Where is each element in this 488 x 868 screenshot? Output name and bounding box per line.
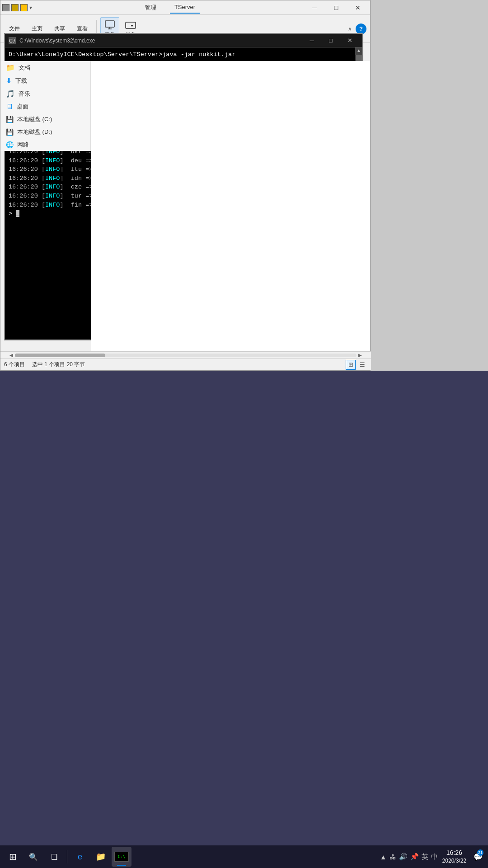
file-area: [91, 61, 370, 351]
maximize-button[interactable]: □: [326, 0, 347, 15]
sidebar-item-documents[interactable]: 📁 文档: [0, 61, 90, 74]
desktop-background: [0, 371, 488, 845]
help-button[interactable]: ?: [356, 24, 366, 34]
tray-network-icon[interactable]: 🖧: [389, 853, 396, 861]
cmd-icon: C:\: [9, 37, 16, 44]
start-button[interactable]: ⊞: [3, 847, 23, 867]
tab-manage[interactable]: 管理: [140, 2, 161, 14]
close-button[interactable]: ✕: [347, 0, 368, 15]
sidebar-item-downloads[interactable]: ⬇ 下载: [0, 74, 90, 87]
cmd-win-controls: ─ □ ✕: [303, 34, 359, 47]
scroll-up-arrow[interactable]: ▲: [355, 47, 362, 55]
tray-arrow-icon[interactable]: ▲: [380, 853, 387, 861]
sidebar-item-music-label: 音乐: [19, 90, 30, 98]
download-icon: ⬇: [6, 76, 12, 85]
taskbar-tray: ▲ 🖧 🔊 📌 英 中 16:26 2020/3/22 💬 21: [380, 847, 485, 867]
cmd-minimize-button[interactable]: ─: [303, 34, 321, 47]
cmd-maximize-button[interactable]: □: [322, 34, 340, 47]
detail-view-button[interactable]: ☰: [357, 360, 367, 370]
explorer-window: ▾ 管理 TServer ─ □ ✕ 文件 主页 共享 查看 工具: [0, 0, 371, 371]
explorer-titlebar: ▾ 管理 TServer ─ □ ✕: [0, 0, 370, 15]
scroll-right-arrow[interactable]: ▶: [357, 352, 364, 359]
svg-rect-0: [105, 21, 114, 27]
tray-volume-icon[interactable]: 🔊: [399, 853, 408, 861]
undo-icon: [11, 4, 19, 11]
status-bar: 6 个项目 选中 1 个项目 20 字节 ⊞ ☰: [0, 359, 371, 370]
notification-badge: 21: [477, 849, 483, 856]
sidebar-item-desktop[interactable]: 🖥 桌面: [0, 100, 90, 113]
taskbar-file-explorer[interactable]: 📁: [91, 847, 111, 867]
taskbar: ⊞ 🔍 ❑ e 📁 C:\ ▲ 🖧 🔊 📌 英 中 16:26 2020/3/2…: [0, 845, 488, 868]
scrollbar-h-track: [15, 354, 357, 357]
sidebar-item-drive-c[interactable]: 💾 本地磁盘 (C:): [0, 113, 90, 126]
drive-d-icon: 💾: [6, 128, 14, 136]
taskbar-separator-1: [67, 850, 67, 863]
network-icon: 🌐: [6, 141, 14, 148]
music-icon: 🎵: [6, 90, 15, 98]
tools-icon: [104, 19, 115, 30]
minimize-button[interactable]: ─: [304, 0, 325, 15]
cmd-titlebar: C:\ C:\Windows\system32\cmd.exe ─ □ ✕: [5, 34, 362, 47]
folder-icon-tb: [20, 4, 28, 11]
clock-date: 2020/3/22: [442, 857, 466, 865]
titlebar-icons: ▾: [2, 4, 32, 11]
ribbon-right: ∧ ?: [348, 24, 366, 34]
folder-icon: 📁: [6, 63, 15, 72]
notification-button[interactable]: 💬 21: [471, 847, 485, 867]
sidebar-item-desktop-label: 桌面: [17, 103, 28, 111]
selected-info: 选中 1 个项目 20 字节: [32, 361, 85, 368]
sidebar-item-music[interactable]: 🎵 音乐: [0, 87, 90, 100]
tray-clock[interactable]: 16:26 2020/3/22: [440, 849, 469, 865]
tray-lang-en[interactable]: 英: [422, 853, 428, 861]
sidebar-item-drive-d-label: 本地磁盘 (D:): [17, 128, 52, 136]
item-count: 6 个项目: [4, 361, 25, 368]
search-button[interactable]: 🔍: [23, 847, 43, 867]
cmd-taskbar-icon: C:\: [114, 852, 129, 862]
sidebar: 📁 文档 ⬇ 下载 🎵 音乐 🖥 桌面 💾 本地磁盘 (C:) 💾 本地磁盘 (…: [0, 61, 91, 151]
window-controls: ─ □ ✕: [304, 0, 368, 15]
cmd-close-button[interactable]: ✕: [341, 34, 359, 47]
task-view-button[interactable]: ❑: [44, 847, 64, 867]
dropdown-arrow[interactable]: ▾: [29, 5, 32, 11]
drive-c-icon: 💾: [6, 116, 14, 123]
taskbar-ie[interactable]: e: [70, 847, 90, 867]
sidebar-item-network-label: 网路: [17, 141, 29, 149]
list-view-button[interactable]: ⊞: [346, 360, 356, 370]
scrollbar-h-thumb[interactable]: [15, 354, 105, 357]
scroll-left-arrow[interactable]: ◀: [8, 352, 15, 359]
cmd-command-line: D:\Users\Lone1yICE\Desktop\Server\TServe…: [9, 50, 359, 59]
ribbon-collapse[interactable]: ∧: [348, 26, 352, 32]
sidebar-item-drive-c-label: 本地磁盘 (C:): [17, 115, 52, 123]
title-tabs: 管理 TServer: [36, 2, 304, 14]
scrollbar-h-container: ◀ ▶: [0, 351, 371, 359]
clock-time: 16:26: [446, 849, 462, 858]
tray-pin-icon[interactable]: 📌: [410, 853, 419, 861]
sidebar-item-downloads-label: 下载: [15, 77, 27, 85]
tray-icons: ▲ 🖧 🔊 📌 英 中: [380, 853, 438, 861]
cmd-title-text: C:\Windows\system32\cmd.exe: [19, 38, 303, 44]
tab-tserver[interactable]: TServer: [170, 2, 200, 14]
view-mode-buttons: ⊞ ☰: [346, 360, 367, 370]
sidebar-item-drive-d[interactable]: 💾 本地磁盘 (D:): [0, 126, 90, 138]
keyboard-icon: [125, 19, 136, 30]
save-icon: [2, 4, 9, 11]
svg-rect-3: [126, 22, 136, 28]
sidebar-item-network[interactable]: 🌐 网路: [0, 138, 90, 151]
desktop-icon: 🖥: [6, 103, 13, 111]
taskbar-cmd[interactable]: C:\: [112, 847, 131, 867]
tray-lang-cn[interactable]: 中: [431, 853, 438, 861]
sidebar-item-documents-label: 文档: [19, 64, 30, 72]
